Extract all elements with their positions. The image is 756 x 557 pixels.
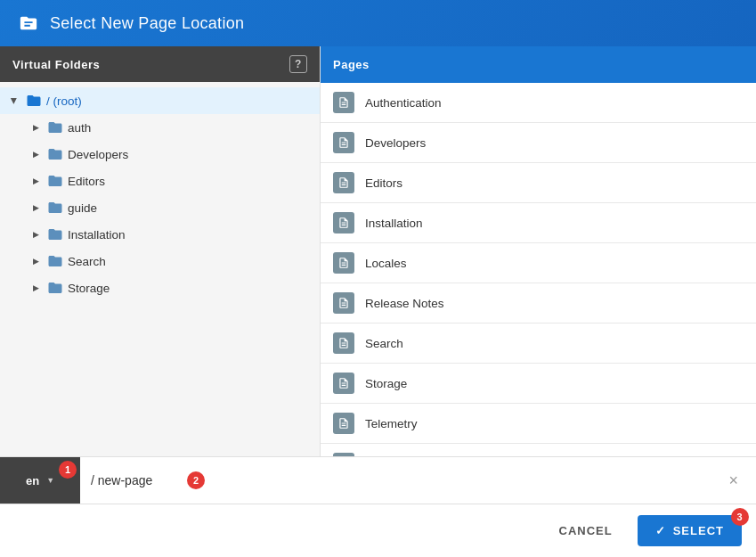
select-page-dialog: Select New Page Location Virtual Folders… — [0, 0, 756, 557]
page-doc-icon — [333, 252, 354, 274]
page-doc-icon — [333, 212, 354, 233]
select-checkmark-icon: ✓ — [655, 524, 666, 537]
folder-icon-installation — [46, 225, 64, 243]
page-doc-icon — [333, 292, 354, 314]
language-selector[interactable]: en ▼ 1 — [0, 457, 80, 504]
page-label-telemetry: Telemetry — [365, 417, 418, 430]
page-doc-icon — [333, 413, 354, 434]
expand-arrow-editors: ▶ — [28, 174, 43, 188]
left-panel: Virtual Folders ? ▶ / (root) — [0, 46, 321, 456]
tree-item-editors[interactable]: ▶ Editors — [21, 168, 320, 194]
path-input-wrapper: 2 × — [80, 461, 756, 500]
folder-icon-auth — [46, 119, 64, 136]
dialog-header: Select New Page Location — [0, 0, 756, 46]
page-item-locales[interactable]: Locales — [321, 243, 756, 283]
virtual-folders-header: Virtual Folders ? — [0, 46, 320, 82]
tree-item-installation[interactable]: ▶ Installation — [21, 221, 320, 248]
right-panel: Pages Authentication Developers — [321, 46, 756, 456]
folder-icon-editors — [46, 172, 64, 190]
folder-icon-guide — [46, 199, 64, 217]
lang-badge: 1 — [59, 461, 77, 479]
path-badge: 2 — [187, 471, 205, 489]
page-item-troubleshooting[interactable]: Troubleshooting — [321, 444, 756, 456]
folder-icon-root — [25, 92, 43, 110]
tree-label-search: Search — [68, 255, 313, 268]
page-item-storage[interactable]: Storage — [321, 364, 756, 404]
page-label-authentication: Authentication — [365, 96, 442, 110]
dialog-title: Select New Page Location — [50, 14, 244, 33]
virtual-folders-label: Virtual Folders — [12, 58, 100, 71]
page-item-authentication[interactable]: Authentication — [321, 83, 756, 123]
page-item-developers[interactable]: Developers — [321, 123, 756, 163]
page-item-telemetry[interactable]: Telemetry — [321, 404, 756, 444]
path-input[interactable] — [91, 461, 721, 500]
help-button[interactable]: ? — [289, 55, 307, 73]
tree-label-auth: auth — [68, 121, 313, 135]
page-item-installation[interactable]: Installation — [321, 203, 756, 243]
pages-label: Pages — [333, 58, 370, 71]
clear-path-button[interactable]: × — [721, 471, 745, 490]
pages-header: Pages — [321, 46, 756, 83]
page-doc-icon — [333, 132, 354, 153]
page-doc-icon — [333, 172, 354, 193]
folder-icon-search — [46, 252, 64, 270]
dialog-body: Virtual Folders ? ▶ / (root) — [0, 46, 756, 456]
tree-item-guide[interactable]: ▶ guide — [21, 194, 320, 221]
tree-label-editors: Editors — [68, 175, 313, 188]
page-label-locales: Locales — [365, 257, 407, 270]
tree-item-search[interactable]: ▶ Search — [21, 248, 320, 274]
tree-label-developers: Developers — [68, 148, 313, 161]
expand-arrow-installation: ▶ — [28, 227, 43, 242]
tree-item-developers[interactable]: ▶ Developers — [21, 141, 320, 168]
select-button[interactable]: ✓ SELECT 3 — [638, 515, 742, 546]
expand-arrow-root: ▶ — [7, 94, 21, 108]
expand-arrow-auth: ▶ — [28, 120, 43, 135]
tree-item-auth[interactable]: ▶ auth — [21, 114, 320, 141]
tree-item-root[interactable]: ▶ / (root) — [0, 87, 320, 114]
action-bar: CANCEL ✓ SELECT 3 — [0, 504, 756, 557]
tree-label-installation: Installation — [68, 228, 313, 242]
path-bar: en ▼ 1 2 × — [0, 457, 756, 504]
cancel-button[interactable]: CANCEL — [545, 517, 627, 545]
expand-arrow-developers: ▶ — [28, 147, 43, 161]
lang-dropdown-arrow: ▼ — [46, 476, 54, 485]
tree-root-label: / (root) — [46, 94, 313, 108]
tree-item-storage[interactable]: ▶ Storage — [21, 274, 320, 301]
move-page-icon — [18, 12, 39, 34]
page-item-editors[interactable]: Editors — [321, 163, 756, 203]
expand-arrow-guide: ▶ — [28, 201, 43, 215]
folder-tree: ▶ / (root) ▶ — [0, 82, 320, 456]
page-item-search[interactable]: Search — [321, 324, 756, 364]
page-doc-icon — [333, 332, 354, 354]
tree-children: ▶ auth ▶ — [0, 114, 320, 301]
page-label-release-notes: Release Notes — [365, 297, 444, 310]
page-doc-icon — [333, 373, 354, 394]
page-label-developers: Developers — [365, 136, 426, 150]
folder-icon-storage — [46, 279, 64, 297]
dialog-bottom: en ▼ 1 2 × CANCEL ✓ SELECT 3 — [0, 456, 756, 557]
folder-icon-developers — [46, 145, 64, 163]
expand-arrow-storage: ▶ — [28, 281, 43, 295]
tree-label-storage: Storage — [68, 282, 313, 295]
expand-arrow-search: ▶ — [28, 254, 43, 268]
page-label-search: Search — [365, 337, 403, 350]
page-doc-icon — [333, 92, 354, 113]
page-item-release-notes[interactable]: Release Notes — [321, 283, 756, 324]
pages-list: Authentication Developers Editors — [321, 83, 756, 456]
page-label-installation: Installation — [365, 217, 423, 230]
tree-label-guide: guide — [68, 201, 313, 215]
select-badge: 3 — [731, 508, 749, 526]
lang-code: en — [26, 474, 39, 487]
select-label: SELECT — [673, 524, 724, 537]
page-label-storage: Storage — [365, 377, 407, 390]
page-label-editors: Editors — [365, 176, 402, 190]
